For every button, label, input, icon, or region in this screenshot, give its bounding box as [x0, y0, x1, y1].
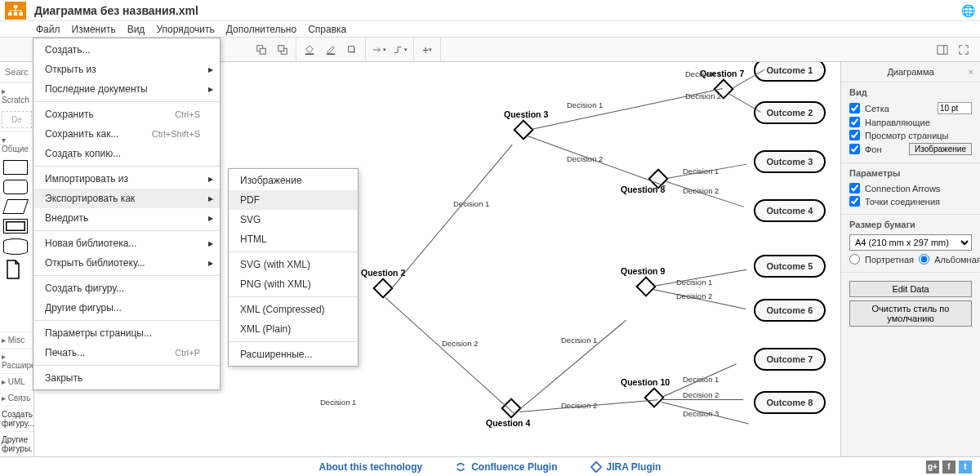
mi-new-lib[interactable]: Новая библиотека...▶ [33, 234, 220, 253]
conn-arrows-checkbox[interactable] [849, 183, 860, 194]
format-panel-icon[interactable] [934, 42, 951, 58]
menu-arrange[interactable]: Упорядочить [156, 24, 214, 35]
mi-export-png-xml[interactable]: PNG (with XML) [229, 274, 358, 294]
connection-icon[interactable]: ▾ [371, 42, 387, 58]
clear-style-button[interactable]: Очистить стиль по умолчанию [849, 300, 972, 327]
search-input[interactable] [3, 65, 30, 78]
mi-save-as[interactable]: Сохранить как...Ctrl+Shift+S [33, 124, 220, 144]
googleplus-icon[interactable]: g+ [926, 460, 939, 474]
shadow-icon[interactable] [344, 42, 360, 58]
node-outcome-3[interactable]: Outcome 3 [754, 150, 826, 173]
title-bar: Диаграмма без названия.xml 🌐 [0, 0, 980, 21]
paper-size-select[interactable]: A4 (210 mm x 297 mm) [849, 234, 972, 251]
edit-data-button[interactable]: Edit Data [849, 281, 972, 297]
node-outcome-8[interactable]: Outcome 8 [754, 391, 826, 414]
mi-export-as[interactable]: Экспортировать как▶ [33, 189, 220, 208]
er-section[interactable]: ▸ Связь между объектами [0, 389, 33, 406]
twitter-icon[interactable]: t [959, 460, 972, 474]
menu-edit[interactable]: Изменить [72, 24, 116, 35]
menu-file[interactable]: Файл [36, 24, 60, 35]
label-q2: Question 2 [361, 268, 405, 278]
document-title[interactable]: Диаграмма без названия.xml [34, 4, 198, 17]
jira-link[interactable]: JIRA Plugin [590, 461, 662, 473]
shape-rect[interactable] [3, 160, 28, 175]
mi-export-svg[interactable]: SVG [229, 210, 358, 229]
mi-export-xml-plain[interactable]: XML (Plain) [229, 319, 358, 339]
mi-export-image[interactable]: Изображение [229, 171, 358, 190]
shape-parallelogram[interactable] [2, 199, 29, 214]
to-front-icon[interactable] [253, 42, 270, 58]
facebook-icon[interactable]: f [942, 460, 956, 474]
footer-bar: About this technology Confluence Plugin … [0, 456, 980, 476]
diamond-q2[interactable] [372, 278, 393, 298]
general-section[interactable]: ▾ Общие [0, 131, 33, 157]
menu-view[interactable]: Вид [127, 24, 145, 35]
svg-rect-10 [349, 46, 354, 51]
node-outcome-5[interactable]: Outcome 5 [754, 255, 826, 278]
node-outcome-7[interactable]: Outcome 7 [754, 348, 826, 371]
scratchpad-section[interactable]: Scratch [0, 82, 33, 108]
create-shape-link[interactable]: Создать фигуру... [0, 406, 33, 431]
extended-section[interactable]: ▸ Расширенные [0, 348, 33, 373]
format-panel-title: Диаграмма× [841, 62, 980, 82]
shape-double-rect[interactable] [3, 219, 28, 234]
diamond-q4[interactable] [501, 398, 521, 418]
node-outcome-1[interactable]: Outcome 1 [754, 62, 826, 82]
mi-embed[interactable]: Внедрить▶ [33, 208, 220, 228]
mi-create-shape[interactable]: Создать фигуру... [33, 278, 220, 298]
shape-rounded-rect[interactable] [3, 180, 28, 194]
waypoint-icon[interactable]: ▾ [392, 42, 408, 58]
shapes-panel: Scratch De ▾ Общие ▸ Misc ▸ Расширенные … [0, 62, 34, 456]
pageview-checkbox[interactable] [849, 130, 860, 140]
shape-cylinder[interactable] [3, 238, 28, 255]
mi-create[interactable]: Создать... [33, 40, 220, 60]
grid-size-input[interactable] [938, 102, 972, 114]
bg-image-button[interactable]: Изображение [909, 143, 972, 155]
about-link[interactable]: About this technology [319, 461, 423, 473]
mi-save[interactable]: СохранитьCtrl+S [33, 105, 220, 124]
portrait-radio[interactable] [849, 254, 860, 265]
node-outcome-4[interactable]: Outcome 4 [754, 199, 826, 222]
mi-import-from[interactable]: Импортировать из▶ [33, 169, 220, 189]
scratchpad-drop[interactable]: De [2, 111, 32, 128]
shape-document[interactable] [3, 260, 28, 279]
shape-palette [0, 157, 33, 282]
misc-section[interactable]: ▸ Misc [0, 331, 33, 348]
close-icon[interactable]: × [969, 67, 973, 77]
more-shapes-link[interactable]: Другие фигуры... [0, 431, 33, 456]
mi-close[interactable]: Закрыть [33, 368, 220, 388]
mi-make-copy[interactable]: Создать копию... [33, 144, 220, 163]
guides-checkbox[interactable] [849, 117, 860, 127]
to-back-icon[interactable] [274, 42, 291, 58]
confluence-link[interactable]: Confluence Plugin [455, 461, 557, 473]
mi-open-lib[interactable]: Открыть библиотеку...▶ [33, 253, 220, 273]
mi-export-pdf[interactable]: PDF [229, 190, 358, 210]
mi-print[interactable]: Печать...Ctrl+P [33, 343, 220, 363]
mi-recent[interactable]: Последние документы▶ [33, 79, 220, 99]
landscape-radio[interactable] [919, 254, 929, 265]
fullscreen-icon[interactable] [956, 42, 972, 58]
mi-export-xml-comp[interactable]: XML (Compressed) [229, 300, 358, 319]
uml-section[interactable]: ▸ UML [0, 373, 33, 389]
mi-open-from[interactable]: Открыть из▶ [33, 60, 220, 79]
mi-page-setup[interactable]: Параметры страницы... [33, 323, 220, 343]
mi-more-shapes[interactable]: Другие фигуры... [33, 298, 220, 318]
node-outcome-2[interactable]: Outcome 2 [754, 101, 826, 124]
label-q4: Question 4 [486, 418, 530, 428]
mi-export-html[interactable]: HTML [229, 229, 358, 249]
menu-extras[interactable]: Дополнительно [226, 24, 296, 35]
mi-export-svg-xml[interactable]: SVG (with XML) [229, 255, 358, 274]
insert-icon[interactable]: +▾ [419, 42, 435, 58]
conn-points-checkbox[interactable] [849, 196, 860, 207]
view-heading: Вид [849, 87, 972, 97]
line-color-icon[interactable] [323, 42, 339, 58]
grid-checkbox[interactable] [849, 103, 860, 113]
edge-d1-d: Decision 1 [685, 69, 721, 78]
export-submenu: Изображение PDF SVG HTML SVG (with XML) … [228, 168, 359, 367]
node-outcome-6[interactable]: Outcome 6 [754, 299, 826, 322]
bg-checkbox[interactable] [849, 144, 860, 154]
fill-color-icon[interactable] [301, 42, 318, 58]
menu-help[interactable]: Справка [308, 24, 346, 35]
language-icon[interactable]: 🌐 [961, 4, 975, 17]
mi-export-advanced[interactable]: Расширенные... [229, 345, 358, 364]
